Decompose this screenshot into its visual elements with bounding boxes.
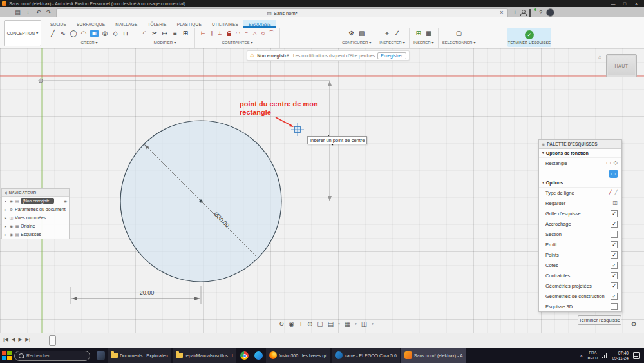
rectangle-tool-icon[interactable]: ▣ [90,30,99,37]
taskbar-chrome-icon[interactable] [238,348,252,363]
line-tool-icon[interactable]: ╱ [48,28,58,38]
normal-line-icon[interactable]: ╱ [609,190,612,195]
measure-tool-icon[interactable]: ⌖ [382,28,392,38]
circle-tool-icon[interactable]: ◯ [68,28,79,38]
orbit-icon[interactable]: ↻ [279,321,284,328]
new-tab-icon[interactable]: + [513,10,516,15]
angle-tool-icon[interactable]: ∠ [392,28,402,38]
action-center-icon[interactable] [633,352,640,359]
taskbar-clock[interactable]: 07:40 09-11-24 [612,351,629,361]
origin-point[interactable] [39,79,43,83]
sketch-grid-checkbox[interactable]: ✓ [611,210,618,217]
configure-group-label[interactable]: CONFIGURER▾ [342,41,371,44]
taskbar-app-firefox[interactable]: fusion360 : les bases gri [266,348,331,363]
close-button[interactable]: × [630,1,642,6]
tab-utilitaires[interactable]: UTILITAIRES [207,20,243,28]
finish-sketch-button[interactable]: ✓ TERMINER L'ESQUISSE [507,28,551,47]
options-section[interactable]: ▾ Options [539,179,621,188]
taskbar-app-folder[interactable]: repairManualsoscillos : I [173,348,236,363]
workspace-selector[interactable]: CONCEPTION ▾ [4,20,41,46]
taskbar-search[interactable]: Rechercher [14,351,90,361]
redo-icon[interactable]: ↷ [44,8,53,16]
slot-tool-icon[interactable]: ⊓ [120,28,131,38]
sketch-canvas[interactable]: Ø30.00 20.00 point du centre de mon rect… [0,48,644,333]
curvature-constraint-icon[interactable]: ⌒ [267,28,276,38]
eye-icon[interactable]: ◉ [9,233,14,237]
lock-constraint-icon[interactable] [227,31,231,36]
save-icon[interactable]: ↓ [24,8,32,16]
canvas-settings-gear-icon[interactable]: ⚙ [631,321,637,328]
perpendicular-constraint-icon[interactable]: ⊥ [216,28,224,38]
trim-tool-icon[interactable]: ✂ [149,28,160,38]
undo-icon[interactable]: ↶ [34,8,43,16]
coincident-constraint-icon[interactable]: ⊢ [199,28,207,38]
save-button[interactable]: Enregistrer [377,52,406,59]
maximize-button[interactable]: □ [619,1,630,6]
rectangle-3point-icon[interactable]: ◇ [614,161,618,166]
tab-tolerie[interactable]: TÔLERIE [142,20,171,28]
taskbar-app-explorer[interactable]: Documents : Explorateu [108,348,171,363]
configure-tool-icon[interactable]: ⚙ [346,28,357,38]
equal-constraint-icon[interactable]: = [242,28,251,38]
insert-tool-icon[interactable]: ⊞ [413,28,424,38]
chevron-down-icon[interactable]: ▾ [355,322,357,326]
rectangle-2point-icon[interactable]: ▭ [606,161,611,166]
select-group-label[interactable]: SÉLECTIONNER▾ [442,41,476,44]
file-menu-icon[interactable]: ▤ [14,8,22,16]
extend-tool-icon[interactable]: ↦ [160,28,170,38]
timeline-last-icon[interactable]: ▶| [25,337,30,342]
inspect-group-label[interactable]: INSPECTER▾ [379,41,404,44]
constraints-group-label[interactable]: CONTRAINTES▾ [222,41,252,44]
data-panel-icon[interactable]: ☰ [3,8,12,16]
create-group-label[interactable]: CRÉER▾ [80,41,97,44]
tangent-constraint-icon[interactable]: ◠ [234,28,242,38]
tab-maillage[interactable]: MAILLAGE [110,20,142,28]
select-tool-icon[interactable]: ▢ [454,28,464,38]
pan-icon[interactable]: + [299,321,303,328]
language-indicator[interactable]: FRABEFR [587,351,598,360]
taskbar-pinned-icon[interactable] [93,348,108,363]
width-dimension-label[interactable]: 20.00 [140,289,155,296]
start-button[interactable] [2,351,12,360]
profile-checkbox[interactable]: ✓ [611,241,618,248]
tray-overflow-icon[interactable]: ∧ [580,353,583,358]
snap-checkbox[interactable]: ✓ [611,221,618,228]
symmetry-constraint-icon[interactable]: ◇ [259,28,267,38]
ellipse-tool-icon[interactable]: ◎ [100,28,110,38]
midpoint-constraint-icon[interactable]: △ [251,28,259,38]
center-point-grip-icon[interactable] [291,123,304,136]
dimensions-checkbox[interactable]: ✓ [611,262,618,269]
job-status-icon[interactable] [520,10,526,15]
tab-solide[interactable]: SOLIDE [45,20,71,28]
3d-sketch-checkbox[interactable]: ✓ [611,303,618,310]
browser-item-origin[interactable]: ▸ ◉ ▦ Origine [2,222,69,230]
timeline-first-icon[interactable]: |◀ [3,337,8,342]
display-settings-icon[interactable]: ▤ [328,321,334,328]
spline-tool-icon[interactable]: ∿ [58,28,68,38]
collapse-icon[interactable]: ◀ [4,191,7,195]
modify-group-label[interactable]: MODIFIER▾ [154,41,176,44]
browser-root-row[interactable]: ▾ ◉ ▤ (Non enregistr... ◉ [2,197,69,205]
fillet-tool-icon[interactable]: ◜ [139,28,149,38]
user-avatar[interactable] [546,8,554,17]
taskbar-edge-icon[interactable] [252,348,266,363]
taskbar-app-cura[interactable]: carre - ELEGOO Cura 5.6 [332,348,400,363]
expand-icon[interactable]: ▸ [3,208,8,211]
expand-icon[interactable]: ▸ [3,224,8,228]
arc-tool-icon[interactable]: ◠ [79,28,89,38]
look-at-icon[interactable]: ◫ [612,201,618,206]
viewcube-home-icon[interactable]: ⌂ [598,55,601,60]
minimize-button[interactable]: — [607,1,619,6]
chevron-down-icon[interactable]: ▾ [338,322,340,326]
look-at-icon[interactable]: ◉ [289,321,294,328]
help-icon[interactable]: ? [539,10,542,15]
constraints-checkbox[interactable]: ✓ [611,272,618,279]
mirror-tool-icon[interactable]: ⊞ [180,28,191,38]
tab-surfacique[interactable]: SURFACIQUE [71,20,110,28]
finish-sketch-palette-button[interactable]: Terminer l'esquisse [578,315,621,325]
expand-icon[interactable]: ▸ [3,216,8,220]
offset-tool-icon[interactable]: ≡ [170,28,180,38]
taskbar-app-fusion[interactable]: Sans nom* (elektrax) - A [401,348,466,363]
tab-plastique[interactable]: PLASTIQUE [172,20,207,28]
points-checkbox[interactable]: ✓ [611,251,618,259]
